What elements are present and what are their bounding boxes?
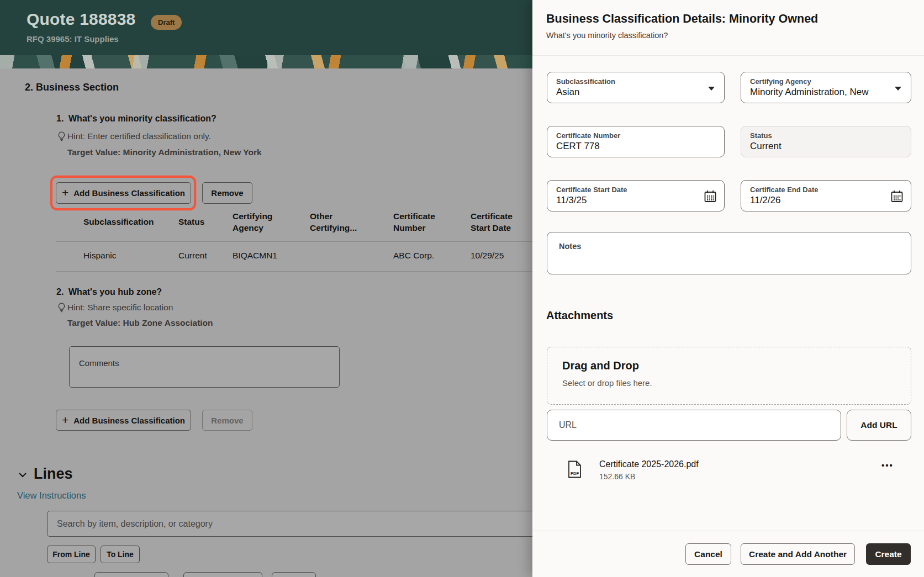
status-badge: Draft <box>151 15 182 30</box>
create-button[interactable]: Create <box>866 543 911 565</box>
cancel-button[interactable]: Cancel <box>685 543 731 565</box>
attachment-file-size: 152.66 KB <box>599 472 635 481</box>
page-title: Quote 188838 <box>27 10 136 29</box>
application-window: Quote 188838 Draft RFQ 39965: IT Supplie… <box>0 0 924 577</box>
business-classification-drawer: Business Classification Details: Minorit… <box>532 0 924 577</box>
dropdown-caret-icon <box>895 87 901 91</box>
certificate-start-date-field[interactable]: Certificate Start Date 11/3/25 <box>547 180 725 211</box>
certificate-number-field[interactable]: Certificate Number CERT 778 <box>547 126 725 157</box>
attachment-file-name[interactable]: Certificate 2025-2026.pdf <box>599 459 699 469</box>
footer-divider <box>532 531 924 531</box>
status-field-readonly: Status Current <box>741 126 911 157</box>
calendar-icon[interactable] <box>891 190 903 203</box>
subclassification-select[interactable]: Subclassification Asian <box>547 72 725 103</box>
add-url-button[interactable]: Add URL <box>847 410 911 441</box>
dropdown-caret-icon <box>708 87 715 91</box>
certificate-end-date-field[interactable]: Certificate End Date 11/2/26 <box>741 180 911 211</box>
svg-text:PDF: PDF <box>571 471 579 476</box>
certifying-agency-select[interactable]: Certifying Agency Minority Administratio… <box>741 72 911 103</box>
calendar-icon[interactable] <box>704 190 716 203</box>
notes-textarea[interactable]: Notes <box>547 232 911 274</box>
url-input[interactable] <box>547 410 841 441</box>
overlay-scrim <box>0 68 532 577</box>
notes-label: Notes <box>559 242 581 251</box>
divider <box>532 55 924 56</box>
pdf-file-icon: PDF <box>568 460 582 478</box>
page-subtitle: RFQ 39965: IT Supplies <box>27 34 119 44</box>
attachment-actions-menu[interactable]: ••• <box>881 460 894 470</box>
drawer-subtitle: What's you minority classification? <box>546 31 668 40</box>
highlight-annotation <box>50 176 196 210</box>
drawer-title: Business Classification Details: Minorit… <box>546 12 818 26</box>
attachments-heading: Attachments <box>546 309 613 322</box>
create-and-add-another-button[interactable]: Create and Add Another <box>741 543 855 565</box>
file-dropzone[interactable]: Drag and Drop Select or drop files here. <box>547 347 911 405</box>
